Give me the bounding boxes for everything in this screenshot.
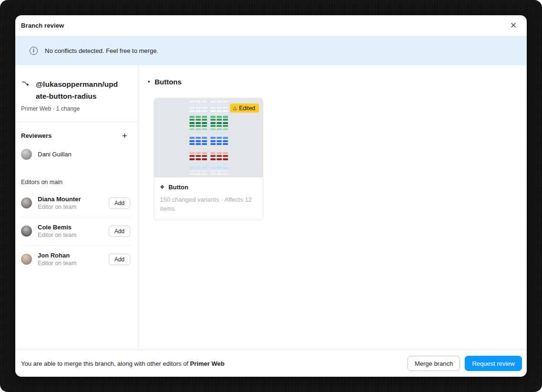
dialog-titlebar: Branch review ✕	[15, 15, 527, 36]
branch-meta: Primer Web · 1 change	[21, 105, 130, 112]
dialog-title: Branch review	[21, 22, 64, 29]
edited-badge-label: Edited	[239, 105, 255, 112]
avatar	[21, 226, 32, 237]
editor-row: Diana Mounter Editor on team Add	[21, 189, 130, 217]
footer: You are able to merge this branch, along…	[15, 350, 527, 377]
chevron-down-icon: ▼	[147, 80, 151, 84]
footer-message-text: You are able to merge this branch, along…	[21, 360, 190, 367]
editor-name: Diana Mounter	[38, 196, 81, 203]
editor-role: Editor on team	[38, 232, 76, 238]
branch-icon	[21, 80, 31, 90]
editor-row: Jon Rohan Editor on team Add	[21, 245, 130, 273]
section-label: Buttons	[155, 78, 182, 86]
card-thumbnail-grid	[189, 101, 228, 175]
avatar	[21, 149, 32, 160]
add-reviewer-button[interactable]: +	[119, 130, 130, 141]
info-banner: i No conflicts detected. Feel free to me…	[15, 36, 527, 65]
card-footer: ❖ Button 150 changed variants · Affects …	[154, 177, 263, 220]
editor-role: Editor on team	[38, 204, 81, 210]
info-icon: i	[30, 47, 38, 55]
card-title: Button	[168, 184, 188, 191]
avatar	[21, 254, 32, 265]
editors-heading: Editors on main	[21, 179, 130, 186]
close-icon[interactable]: ✕	[507, 19, 520, 32]
reviewer-row: Dani Guillan	[21, 149, 130, 160]
screenshot-background: Branch review ✕ i No conflicts detected.…	[0, 0, 542, 392]
editors-list: Diana Mounter Editor on team Add Cole Be…	[21, 189, 130, 273]
reviewers-header: Reviewers +	[21, 130, 130, 141]
editor-name: Jon Rohan	[38, 252, 76, 259]
branch-header: @lukasoppermann/update-button-radius	[21, 78, 130, 102]
component-icon: ❖	[160, 184, 165, 190]
sidebar: @lukasoppermann/update-button-radius Pri…	[15, 65, 138, 350]
add-editor-button[interactable]: Add	[109, 254, 130, 265]
dialog-body: @lukasoppermann/update-button-radius Pri…	[15, 65, 527, 350]
reviewer-name: Dani Guillan	[38, 151, 72, 158]
add-editor-button[interactable]: Add	[109, 197, 130, 209]
branch-name: @lukasoppermann/update-button-radius	[36, 78, 120, 102]
avatar	[21, 197, 32, 208]
change-card-button[interactable]: △ Edited ❖ Button 150 changed variants ·…	[154, 98, 263, 220]
banner-text: No conflicts detected. Feel free to merg…	[45, 47, 158, 54]
footer-message-project: Primer Web	[190, 360, 224, 367]
card-description: 150 changed variants · Affects 12 items	[160, 195, 257, 213]
add-editor-button[interactable]: Add	[109, 226, 130, 237]
editor-row: Cole Bemis Editor on team Add	[21, 217, 130, 245]
footer-message: You are able to merge this branch, along…	[21, 360, 224, 367]
warning-icon: △	[233, 105, 237, 111]
edited-badge: △ Edited	[230, 103, 259, 113]
request-review-button[interactable]: Request review	[465, 356, 522, 371]
editor-role: Editor on team	[38, 260, 76, 267]
branch-review-dialog: Branch review ✕ i No conflicts detected.…	[15, 15, 527, 377]
section-header-buttons[interactable]: ▼ Buttons	[147, 78, 182, 86]
merge-branch-button[interactable]: Merge branch	[407, 356, 460, 371]
reviewers-heading: Reviewers	[21, 132, 52, 139]
sidebar-divider	[15, 122, 138, 122]
editor-name: Cole Bemis	[38, 224, 76, 231]
main-panel: ▼ Buttons △ Edited ❖ Button	[138, 65, 527, 350]
card-thumbnail: △ Edited	[154, 98, 263, 177]
footer-actions: Merge branch Request review	[407, 356, 522, 371]
